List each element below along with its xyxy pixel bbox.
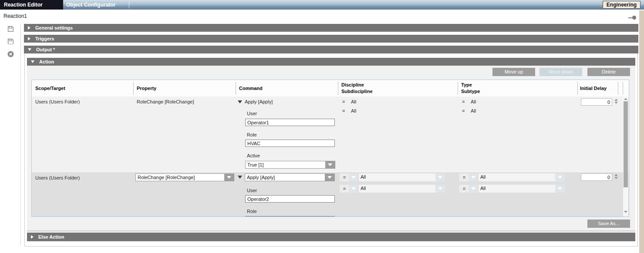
chevron-right-icon (31, 235, 34, 239)
property-cell: RoleChange [RoleChange] (137, 99, 194, 104)
page-title: Reaction1 (3, 13, 27, 19)
spinner-down-icon (614, 102, 618, 104)
role-input[interactable] (245, 140, 335, 147)
tab-object-configurator[interactable]: Object Configurator (66, 0, 115, 10)
discipline-op: = (342, 99, 345, 104)
action-table: Scope/Target Property Command Discipline… (31, 80, 629, 217)
col-scope-target[interactable]: Scope/Target (35, 80, 65, 97)
col-initial-delay[interactable]: Initial Delay (580, 80, 607, 97)
col-divider (577, 82, 578, 95)
operator-value: = (459, 173, 469, 181)
delete-button[interactable]: Delete (587, 68, 630, 76)
subtype-value: All (471, 108, 476, 113)
chevron-down-icon (555, 185, 565, 193)
col-divider (458, 82, 458, 95)
discipline-value: All (351, 99, 356, 104)
section-triggers[interactable]: Triggers (24, 35, 638, 43)
close-button[interactable] (7, 50, 14, 58)
spinner-up-icon (614, 174, 618, 176)
table-header: Scope/Target Property Command Discipline… (32, 80, 629, 97)
scroll-up-icon[interactable] (624, 98, 627, 100)
table-scrollbar[interactable] (623, 97, 628, 216)
col-subdiscipline-line2: Subdiscipline (341, 88, 373, 95)
col-discipline[interactable]: Discipline Subdiscipline (341, 82, 373, 95)
subdiscipline-operator-dropdown[interactable]: = (340, 185, 357, 193)
col-command[interactable]: Command (239, 80, 263, 97)
active-label: Active (247, 153, 260, 158)
operator-value: = (340, 173, 349, 181)
initial-delay-input[interactable] (581, 98, 612, 106)
user-input[interactable] (245, 119, 335, 126)
type-dropdown[interactable]: All (479, 173, 565, 181)
engineering-mode-button[interactable]: Engineering (603, 1, 641, 9)
chevron-right-icon (28, 26, 30, 30)
type-value: All (471, 99, 476, 104)
tab-separator (129, 1, 129, 8)
collapse-command-icon[interactable] (238, 176, 242, 179)
section-label: Triggers (35, 36, 54, 41)
section-label: General settings (35, 25, 73, 30)
command-dropdown-value: Apply [Apply] (245, 174, 325, 181)
subdiscipline-dropdown[interactable]: All (359, 185, 445, 193)
save-as-action-button[interactable]: Save As... (587, 220, 630, 228)
col-divider (618, 82, 618, 95)
pin-icon-dot[interactable] (632, 16, 636, 20)
chevron-down-icon (28, 48, 31, 51)
initial-delay-input[interactable] (581, 173, 612, 181)
chevron-right-icon (28, 37, 30, 40)
user-input[interactable] (245, 195, 335, 203)
subtype-dropdown-value: All (479, 185, 555, 193)
scope-cell: Users (Users Folder) (35, 175, 80, 180)
scroll-down-icon[interactable] (624, 211, 627, 213)
col-type-line1: Type (461, 82, 480, 88)
tab-reaction-editor[interactable]: Reaction Editor (0, 0, 63, 10)
chevron-down-icon (350, 173, 357, 181)
discipline-dropdown[interactable]: All (359, 173, 445, 181)
role-input[interactable] (245, 216, 335, 216)
discipline-dropdown-value: All (359, 173, 435, 181)
col-divider (236, 82, 236, 95)
col-divider (623, 82, 623, 95)
close-icon (7, 50, 14, 58)
initial-delay-spinner[interactable] (614, 99, 618, 104)
chevron-down-icon (224, 174, 234, 181)
move-down-button[interactable]: Move down (539, 68, 582, 76)
subtype-operator-dropdown[interactable]: = (459, 185, 477, 193)
col-subtype-line2: Subtype (461, 88, 480, 95)
chevron-down-icon (435, 185, 445, 193)
toolbar-divider (20, 24, 21, 245)
chevron-down-icon (469, 185, 477, 193)
section-general-settings[interactable]: General settings (24, 24, 638, 32)
right-edge-strip (639, 10, 644, 253)
chevron-down-icon (555, 173, 565, 181)
type-operator-dropdown[interactable]: = (459, 173, 477, 181)
active-dropdown[interactable]: True [1] (245, 161, 335, 169)
move-up-button[interactable]: Move up (492, 68, 535, 76)
table-row-2-selected[interactable]: Users (Users Folder) RoleChange [RoleCha… (32, 172, 629, 216)
command-dropdown[interactable]: Apply [Apply] (245, 173, 335, 181)
save-as-button[interactable] (7, 38, 14, 45)
section-output[interactable]: Output * (24, 46, 638, 53)
section-else-action[interactable]: Else Action (27, 233, 635, 241)
role-label: Role (247, 132, 257, 137)
discipline-operator-dropdown[interactable]: = (340, 173, 357, 181)
reaction-editor-window: Reaction Editor Object Configurator Engi… (0, 0, 644, 253)
initial-delay-spinner[interactable] (614, 174, 618, 179)
section-action[interactable]: Action (27, 58, 635, 66)
chevron-down-icon (350, 185, 357, 193)
scrollbar-thumb[interactable] (624, 101, 628, 187)
save-button[interactable] (7, 25, 14, 33)
col-property[interactable]: Property (137, 80, 156, 97)
subdiscipline-dropdown-value: All (359, 185, 435, 193)
section-label: Action (39, 59, 54, 64)
property-dropdown[interactable]: RoleChange [RoleChange] (135, 173, 234, 181)
type-op: = (462, 99, 465, 104)
table-row-1[interactable]: Users (Users Folder) RoleChange [RoleCha… (32, 97, 629, 172)
col-type[interactable]: Type Subtype (461, 82, 480, 95)
collapse-command-icon[interactable] (238, 100, 242, 103)
chevron-down-icon (435, 173, 445, 181)
subtype-dropdown[interactable]: All (479, 185, 565, 193)
chevron-down-icon (325, 161, 335, 168)
operator-value: = (459, 185, 469, 193)
chevron-down-icon (325, 174, 334, 181)
